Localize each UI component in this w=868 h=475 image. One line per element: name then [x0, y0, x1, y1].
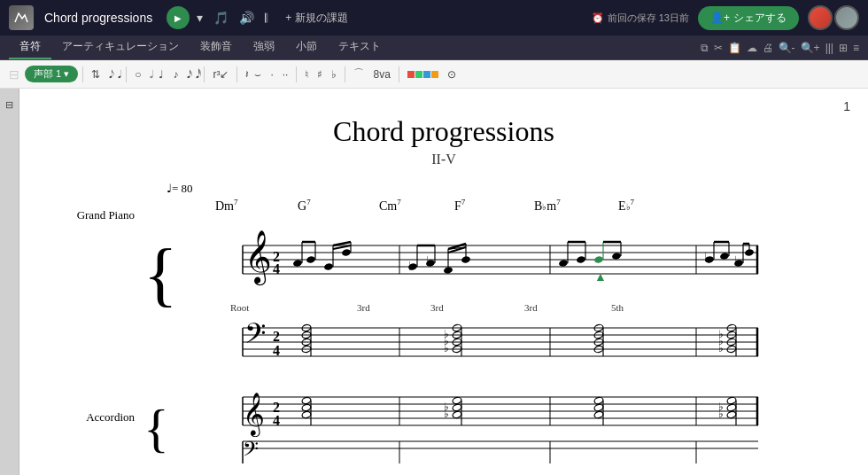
cloud-icon[interactable]: ☁: [747, 42, 757, 54]
tab-measures[interactable]: 小節: [285, 35, 328, 59]
paste-icon[interactable]: 📋: [728, 42, 741, 54]
svg-text:4: 4: [273, 413, 280, 428]
eighth-note-btn[interactable]: ♪: [169, 66, 182, 82]
tempo-mark: ♩= 80: [167, 182, 841, 196]
play-button[interactable]: ▶: [167, 6, 190, 29]
print-icon[interactable]: 🖨: [763, 42, 773, 54]
color-palette-btn[interactable]: [404, 69, 442, 80]
tab-text[interactable]: テキスト: [328, 35, 391, 59]
svg-text:♭: ♭: [408, 260, 415, 273]
svg-point-40: [576, 255, 585, 263]
voice-1-btn[interactable]: 𝅘𝅥𝅮: [105, 66, 112, 82]
svg-point-117: [452, 410, 461, 418]
rest-btn[interactable]: 𝄽: [242, 66, 249, 82]
position-labels-row: Root 3rd 3rd 3rd 5th: [167, 299, 841, 315]
zoom-in-icon[interactable]: 🔍+: [801, 42, 820, 54]
score-area: 1 Chord progressions II-V Grand Piano ♩=…: [19, 89, 868, 475]
svg-text:𝄢: 𝄢: [243, 438, 259, 463]
avatar-1[interactable]: [808, 5, 833, 30]
svg-text:4: 4: [273, 261, 280, 276]
more-tools-btn[interactable]: ⊙: [444, 66, 460, 82]
new-score-button[interactable]: + 新規の課題: [278, 7, 354, 29]
chord-cm7: Cm7: [379, 198, 401, 214]
tie-btn[interactable]: ⌣: [251, 66, 265, 82]
svg-point-125: [593, 396, 603, 404]
svg-text:▲: ▲: [594, 269, 607, 284]
svg-point-118: [452, 403, 461, 411]
pos-label-3rd-3: 3rd: [524, 302, 538, 313]
voice-selector[interactable]: 声部 1 ▾: [25, 66, 78, 82]
svg-point-128: [726, 403, 736, 411]
metronome-button[interactable]: 🎵: [210, 7, 232, 28]
document-title: Chord progressions: [44, 11, 152, 25]
tab-notes[interactable]: 音符: [9, 35, 51, 59]
svg-point-124: [593, 403, 603, 411]
16th-note-btn[interactable]: 𝅘𝅥𝅯: [183, 66, 190, 82]
pos-label-5th: 5th: [611, 302, 624, 313]
top-navigation: Chord progressions ▶ ▾ 🎵 🔊 𝄃 + 新規の課題 ⏰ 前…: [0, 0, 868, 35]
page-number: 1: [843, 99, 850, 113]
pos-label-root: Root: [230, 302, 249, 313]
svg-point-43: [593, 255, 603, 263]
left-panel: ⊟: [0, 89, 19, 475]
svg-text:♭: ♭: [444, 401, 449, 413]
sidebar-toggle[interactable]: ⊟: [5, 64, 23, 85]
svg-text:𝄞: 𝄞: [243, 393, 265, 437]
accordion-brace: {: [143, 384, 169, 472]
mixer-button[interactable]: 𝄃: [261, 7, 271, 29]
bars-icon[interactable]: |||: [825, 42, 833, 54]
svg-text:♭: ♭: [718, 401, 724, 413]
quarter-note-btn[interactable]: ♩: [155, 66, 167, 82]
pos-label-3rd-2: 3rd: [430, 302, 444, 313]
app-logo: [9, 5, 34, 30]
score-subtitle: II-V: [46, 152, 841, 167]
svg-point-20: [341, 248, 351, 256]
piano-brace: {: [143, 203, 177, 345]
tab-articulation[interactable]: アーティキュレーション: [51, 35, 190, 59]
accidental-natural[interactable]: ♮: [301, 66, 312, 82]
triplet-btn[interactable]: r³↙: [209, 66, 232, 82]
chord-dm7: Dm7: [215, 198, 238, 214]
svg-text:𝄢: 𝄢: [244, 318, 266, 355]
panel-toggle-btn[interactable]: ⊟: [4, 97, 15, 113]
copy-icon[interactable]: ⧉: [701, 42, 709, 54]
chord-labels-row: Dm7 G7 Cm7 F7 B♭m7 E♭7: [167, 198, 841, 219]
bass-staff-svg: 𝄢 2 4: [143, 315, 841, 377]
separator-4: [236, 66, 237, 82]
separator-2: [126, 66, 127, 82]
share-icon: 👤+: [710, 12, 730, 24]
zoom-out-icon[interactable]: 🔍-: [779, 42, 795, 54]
flip-button[interactable]: ⇅: [88, 66, 104, 82]
dot-btn[interactable]: ·: [267, 66, 276, 82]
svg-point-114: [301, 403, 311, 411]
svg-text:♭: ♭: [704, 251, 710, 264]
svg-line-22: [333, 242, 351, 245]
sound-button[interactable]: 🔊: [236, 7, 258, 28]
clock-icon: ⏰: [592, 12, 604, 24]
32nd-note-btn[interactable]: 𝅘𝅥𝅰: [192, 66, 199, 82]
chevron-button[interactable]: ▾: [193, 7, 206, 28]
chord-bbm7: B♭m7: [534, 198, 561, 214]
double-dot-btn[interactable]: ··: [279, 66, 292, 82]
cut-icon[interactable]: ✂: [714, 42, 723, 54]
octave-up-btn[interactable]: 8va: [369, 66, 393, 82]
tab-dynamics[interactable]: 強弱: [243, 35, 285, 59]
grid-icon[interactable]: ⊞: [839, 42, 848, 54]
avatar-2[interactable]: [834, 5, 859, 30]
list-icon[interactable]: ≡: [853, 42, 859, 54]
slur-btn[interactable]: ⌒: [350, 65, 368, 83]
half-note-btn[interactable]: 𝅗𝅥: [146, 66, 153, 82]
accidental-sharp[interactable]: ♯: [314, 66, 326, 82]
svg-text:𝄞: 𝄞: [244, 230, 272, 286]
svg-point-45: [611, 252, 621, 260]
tab-ornaments[interactable]: 装飾音: [190, 35, 243, 59]
instrument-label-accordion: Accordion: [46, 384, 143, 424]
svg-point-51: [719, 252, 729, 260]
svg-point-18: [323, 262, 333, 270]
accidental-flat[interactable]: ♭: [328, 66, 340, 82]
voice-2-btn[interactable]: 𝅘𝅥: [114, 66, 121, 82]
chord-eb7: E♭7: [618, 198, 634, 214]
whole-note-btn[interactable]: ○: [131, 66, 144, 82]
share-button[interactable]: 👤+ シェアする: [698, 6, 799, 30]
svg-text:♭: ♭: [426, 254, 432, 268]
